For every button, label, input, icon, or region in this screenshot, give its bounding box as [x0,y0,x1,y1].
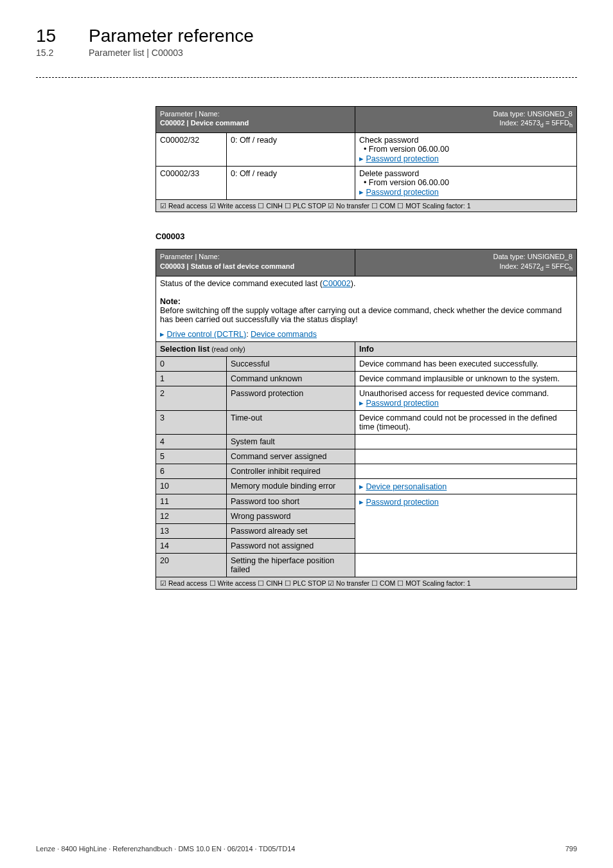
column-header-selection: Selection list (read only) [156,341,355,356]
table-row: 1 Command unknown Device command implaus… [156,371,577,386]
footer-left: Lenze · 8400 HighLine · Referenzhandbuch… [36,845,295,853]
table-row: 5 Command server assigned [156,449,577,464]
link-drive-control[interactable]: Drive control (DCTRL) [166,330,246,339]
table-header-right: Data type: UNSIGNED_8 Index: 24572d = 5F… [355,249,577,276]
table-row: 11 Password too short ▸ Password protect… [156,494,577,509]
parameter-table-c00002: Parameter | Name: C00002 | Device comman… [155,106,577,212]
link-password-protection[interactable]: Password protection [366,498,438,507]
page-number: 799 [565,845,577,853]
access-footer: ☑ Read access ☐ Write access ☐ CINH ☐ PL… [156,577,577,589]
table-header-right: Data type: UNSIGNED_8 Index: 24573d = 5F… [355,107,577,133]
parameter-table-c00003: Parameter | Name: C00003 | Status of las… [155,249,577,589]
cell-description: Check password • From version 06.00.00 ▸… [355,133,577,167]
table-row: 0 Successful Device command has been exe… [156,356,577,371]
link-password-protection[interactable]: Password protection [366,154,438,163]
table-row: 20 Setting the hiperface position failed [156,553,577,577]
cell-description: Delete password • From version 06.00.00 … [355,167,577,200]
cell-value: 0: Off / ready [227,167,355,200]
cell-code: C00002/33 [156,167,227,200]
table-row: 3 Time-out Device command could not be p… [156,410,577,434]
table-row: C00002/32 0: Off / ready Check password … [156,133,577,167]
cell-value: 0: Off / ready [227,133,355,167]
note-block: Status of the device command executed la… [156,276,577,327]
parameter-heading-c00003: C00003 [155,231,577,241]
table-header-left: Parameter | Name: C00003 | Status of las… [156,249,355,276]
link-c00002[interactable]: C00002 [323,279,351,288]
link-password-protection[interactable]: Password protection [366,399,438,408]
table-header-left: Parameter | Name: C00002 | Device comman… [156,107,355,133]
table-row: 4 System fault [156,434,577,449]
section-title: Parameter list | C00003 [89,48,183,58]
table-row: C00002/33 0: Off / ready Delete password… [156,167,577,200]
section-number: 15.2 [36,48,71,58]
link-password-protection[interactable]: Password protection [366,188,438,197]
cell-code: C00002/32 [156,133,227,167]
column-header-info: Info [355,341,577,356]
note-links: ▸ Drive control (DCTRL): Device commands [156,327,577,342]
access-footer: ☑ Read access ☑ Write access ☐ CINH ☐ PL… [156,200,577,212]
chapter-title: Parameter reference [89,26,254,46]
link-device-commands[interactable]: Device commands [251,330,317,339]
table-row: 6 Controller inhibit required [156,464,577,478]
chapter-number: 15 [36,26,71,46]
table-row: 10 Memory module binding error ▸ Device … [156,478,577,494]
table-row: 2 Password protection Unauthorised acces… [156,386,577,410]
link-device-personalisation[interactable]: Device personalisation [366,482,447,491]
divider [36,77,577,78]
